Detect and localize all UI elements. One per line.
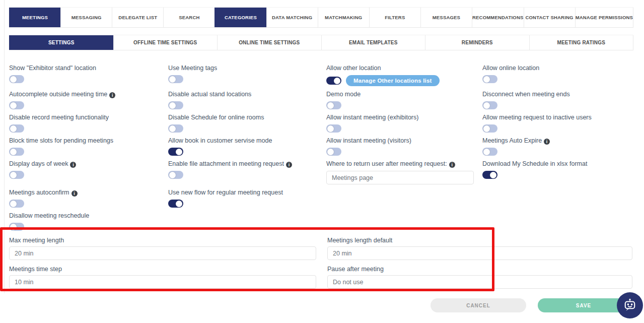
- new-flow-regular-request-toggle[interactable]: [168, 200, 183, 208]
- toggle-knob: [10, 102, 17, 109]
- setting-disable-schedule-online-rooms: Disable Schedule for online rooms: [168, 113, 326, 137]
- tab-messages[interactable]: MESSAGES: [420, 8, 472, 27]
- footer-actions: CANCEL SAVE: [9, 298, 633, 312]
- autocomplete-outside-meeting-time-toggle[interactable]: [9, 101, 24, 109]
- toggle-knob: [10, 172, 17, 178]
- toggle-knob: [483, 76, 490, 83]
- allow-other-location-toggle[interactable]: [326, 77, 341, 85]
- empty-cell: [326, 188, 482, 212]
- tab-search[interactable]: SEARCH: [163, 8, 214, 27]
- info-icon[interactable]: [70, 162, 76, 168]
- setting-return-user-after-request: Where to return user after meeting reque…: [326, 160, 482, 188]
- toggle-knob: [176, 201, 182, 207]
- setting-label: Where to return user after meeting reque…: [326, 160, 482, 168]
- setting-label: Disconnect when meeting ends: [482, 90, 633, 98]
- allow-instant-meeting-exhibitors-toggle[interactable]: [326, 124, 341, 133]
- setting-allow-instant-meeting-exhibitors: Allow instant meeting (exhibitors): [326, 113, 482, 137]
- file-attachment-meeting-request-toggle[interactable]: [168, 171, 183, 179]
- show-exhibitor-stand-location-toggle[interactable]: [9, 75, 24, 83]
- tab-data-matching[interactable]: DATA MATCHING: [266, 8, 318, 27]
- download-schedule-xlsx-toggle[interactable]: [482, 171, 497, 179]
- info-icon[interactable]: [449, 162, 455, 168]
- tab-contact-sharing[interactable]: CONTACT SHARING: [524, 8, 575, 27]
- meetings-length-default-input[interactable]: [327, 246, 632, 260]
- subtab-settings[interactable]: SETTINGS: [9, 35, 113, 50]
- tab-delegate-list[interactable]: DELEGATE LIST: [112, 8, 163, 27]
- meetings-auto-expire-toggle[interactable]: [482, 148, 497, 156]
- setting-new-flow-regular-request: Use new flow for regular meeting request: [168, 188, 326, 212]
- tab-manage-permissions[interactable]: MANAGE PERMISSIONS: [575, 8, 633, 27]
- settings-page: MEETINGS MESSAGING DELEGATE LIST SEARCH …: [0, 7, 644, 312]
- subtab-reminders[interactable]: REMINDERS: [425, 35, 529, 50]
- setting-disconnect-when-meeting-ends: Disconnect when meeting ends: [482, 90, 633, 113]
- field-label: Max meeting length: [9, 236, 327, 244]
- toggle-knob: [176, 149, 182, 155]
- info-icon[interactable]: [109, 92, 115, 98]
- empty-cell: [326, 212, 482, 235]
- toggle-knob: [10, 201, 17, 207]
- disable-record-meeting-toggle[interactable]: [9, 124, 24, 133]
- use-meeting-tags-toggle[interactable]: [168, 75, 183, 83]
- disable-actual-stand-locations-toggle[interactable]: [168, 101, 183, 109]
- pause-after-meeting-input[interactable]: [327, 275, 632, 289]
- allow-request-inactive-users-toggle[interactable]: [482, 124, 497, 133]
- setting-demo-mode: Demo mode: [326, 90, 482, 113]
- tab-messaging[interactable]: MESSAGING: [60, 8, 112, 27]
- setting-allow-request-inactive-users: Allow meeting request to inactive users: [482, 113, 633, 137]
- disconnect-when-meeting-ends-toggle[interactable]: [482, 101, 497, 109]
- setting-label: Disable record meeting functionality: [9, 113, 168, 121]
- setting-file-attachment-meeting-request: Enable file attachment in meeting reques…: [168, 160, 326, 188]
- demo-mode-toggle[interactable]: [326, 101, 341, 109]
- toggle-knob: [169, 102, 176, 109]
- disable-schedule-online-rooms-toggle[interactable]: [168, 124, 183, 133]
- meetings-autoconfirm-toggle[interactable]: [9, 200, 24, 208]
- setting-disallow-meeting-reschedule: Disallow meeting reschedule: [9, 212, 168, 235]
- meetings-time-step-input[interactable]: [9, 275, 316, 289]
- toggle-knob: [483, 125, 490, 132]
- tab-meetings[interactable]: MEETINGS: [9, 8, 60, 27]
- setting-meetings-autoconfirm: Meetings autoconfirm: [9, 188, 168, 212]
- field-meetings-time-step: Meetings time step: [9, 265, 327, 289]
- tab-categories[interactable]: CATEGORIES: [214, 8, 266, 27]
- subtab-email-templates[interactable]: EMAIL TEMPLATES: [321, 35, 425, 50]
- setting-label: Show "Exhibitor stand" location: [9, 64, 168, 72]
- subtab-online-time-settings[interactable]: ONLINE TIME SETTINGS: [217, 35, 321, 50]
- allow-online-location-toggle[interactable]: [482, 75, 497, 83]
- setting-allow-instant-meeting-visitors: Allow instant meeting (visitors): [326, 137, 482, 160]
- subtab-meeting-ratings[interactable]: MEETING RATINGS: [529, 35, 634, 50]
- toggle-knob: [327, 102, 334, 109]
- block-pending-time-slots-toggle[interactable]: [9, 148, 24, 156]
- tab-matchmaking[interactable]: MATCHMAKING: [318, 8, 369, 27]
- setting-use-meeting-tags: Use Meeting tags: [168, 64, 326, 90]
- field-meetings-length-default: Meetings length default: [327, 236, 633, 260]
- setting-label: Allow book in customer servise mode: [168, 137, 326, 145]
- return-page-input[interactable]: [326, 171, 474, 184]
- subtab-offline-time-settings[interactable]: OFFLINE TIME SETTINGS: [113, 35, 218, 50]
- setting-label: Display days of week: [9, 160, 168, 168]
- info-icon[interactable]: [286, 162, 292, 168]
- tab-filters[interactable]: FILTERS: [369, 8, 420, 27]
- setting-allow-online-location: Allow online location: [482, 64, 633, 90]
- setting-label: Block time slots for pending meetings: [9, 137, 168, 145]
- meeting-length-section: Max meeting length Meetings length defau…: [9, 236, 633, 289]
- toggle-knob: [483, 102, 490, 109]
- setting-label: Autocomplete outside meeting time: [9, 90, 168, 98]
- setting-meetings-auto-expire: Meetings Auto Expire: [482, 137, 633, 160]
- setting-label: Download My Schedule in xlsx format: [482, 160, 633, 168]
- chatbot-button[interactable]: [617, 292, 643, 318]
- manage-other-locations-button[interactable]: Manage Other locations list: [346, 75, 440, 86]
- setting-autocomplete-outside-meeting-time: Autocomplete outside meeting time: [9, 90, 168, 113]
- tab-recommendations[interactable]: RECOMMENDATIONS: [472, 8, 524, 27]
- disallow-meeting-reschedule-toggle[interactable]: [9, 223, 24, 231]
- field-max-meeting-length: Max meeting length: [9, 236, 327, 260]
- field-label: Meetings time step: [9, 265, 327, 273]
- customer-service-mode-toggle[interactable]: [168, 148, 183, 156]
- max-meeting-length-input[interactable]: [9, 246, 316, 260]
- setting-label: Allow online location: [482, 64, 633, 72]
- info-icon[interactable]: [544, 139, 550, 145]
- allow-instant-meeting-visitors-toggle[interactable]: [326, 148, 341, 156]
- info-icon[interactable]: [71, 190, 78, 197]
- display-days-of-week-toggle[interactable]: [9, 171, 24, 179]
- cancel-button[interactable]: CANCEL: [431, 298, 526, 312]
- save-button[interactable]: SAVE: [538, 298, 629, 312]
